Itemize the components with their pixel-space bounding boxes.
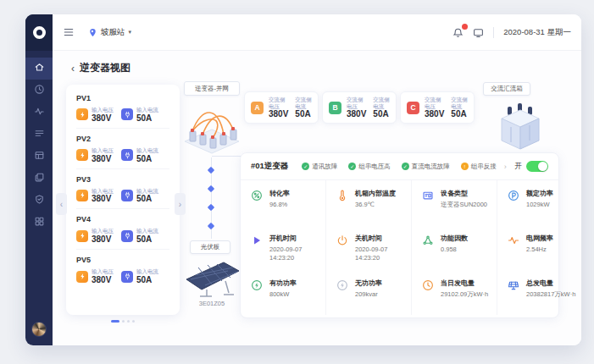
stat-title: 功能因数 [441, 234, 493, 243]
sidebar-item[interactable] [25, 124, 53, 146]
pv-voltage-stat: 输入电压380V [76, 268, 114, 284]
sidebar-item[interactable] [25, 212, 53, 234]
divider [493, 27, 494, 38]
app-window: 坡服站 ▾ 2020-08-31 星期一 ‹ 逆变器视图 PV1 [25, 14, 581, 345]
stat-icon [508, 234, 521, 248]
pagination-dot[interactable] [122, 320, 125, 323]
stat-value: 20382817万kW·h [526, 290, 579, 299]
pv-voltage-value: 380V [92, 275, 114, 284]
pv-voltage-label: 输入电压 [92, 107, 114, 113]
pv-current-value: 50A [136, 194, 158, 203]
stat-icon [508, 279, 521, 293]
ac-voltage-label: 交流侧电压 [425, 97, 444, 110]
pv-current-stat: 输入电流50A [121, 268, 158, 284]
pv-voltage-label: 输入电压 [92, 268, 114, 275]
ac-voltage-label: 交流侧电压 [269, 97, 288, 110]
stat-value: 209kvar [355, 290, 408, 299]
connector-node [208, 167, 214, 174]
sidebar-icon [34, 127, 45, 142]
user-avatar[interactable] [31, 322, 47, 337]
inverter-power-toggle[interactable] [526, 161, 548, 172]
stat-cell: 额定功率 1029kW [497, 180, 581, 225]
stat-cell: 机箱内部温度 36.9℃ [325, 180, 411, 225]
status-dot-icon: ✓ [302, 163, 309, 170]
chevron-down-icon: ▾ [129, 29, 132, 36]
voltage-bolt-icon [76, 149, 88, 161]
current-plug-icon [121, 108, 133, 120]
connector-node [208, 223, 214, 229]
sidebar-icon [34, 61, 45, 76]
ac-combiner-label: 交流汇流箱 [483, 82, 530, 96]
notifications-button[interactable] [452, 27, 464, 38]
ac-current-label: 交流侧电流 [451, 97, 468, 110]
stat-value: 0.958 [441, 245, 493, 254]
stat-value: 2.54Hz [526, 245, 579, 254]
pagination-dot[interactable] [132, 320, 135, 323]
pv-voltage-label: 输入电压 [92, 228, 114, 234]
stat-grid: 转化率 96.8% 机箱内部温度 36.9℃ [241, 180, 558, 315]
pv-pagination[interactable] [66, 320, 180, 323]
voltage-bolt-icon [76, 190, 88, 201]
status-more-button[interactable]: › [504, 163, 507, 171]
pv-name: PV4 [76, 215, 169, 223]
pagination-active[interactable] [111, 320, 119, 323]
stat-icon [422, 279, 436, 293]
stat-icon [251, 234, 264, 248]
stat-icon [336, 234, 350, 248]
pv-item[interactable]: PV3 输入电压380V 输入电流50A [76, 169, 169, 210]
sidebar [25, 14, 53, 345]
stat-value: 2020-09-07 14:23:20 [269, 245, 322, 262]
sidebar-nav [25, 51, 53, 234]
voltage-bolt-icon [76, 230, 88, 242]
pv-item[interactable]: PV1 输入电压380V 输入电流50A [76, 88, 169, 129]
pv-current-value: 50A [136, 113, 158, 123]
pv-name: PV2 [76, 135, 169, 143]
pv-voltage-value: 380V [92, 113, 114, 123]
pv-string-list: PV1 输入电压380V 输入电流50A PV2 [66, 85, 180, 315]
pv-current-value: 50A [136, 234, 158, 244]
pagination-dot[interactable] [127, 320, 130, 323]
phase-chip: A 交流侧电压380V 交流侧电流50A [244, 91, 319, 124]
sidebar-item[interactable] [25, 168, 53, 190]
current-plug-icon [121, 149, 133, 161]
fullscreen-button[interactable] [473, 27, 484, 38]
sidebar-item[interactable] [25, 190, 53, 212]
pv-item[interactable]: PV2 输入电压380V 输入电流50A [76, 129, 169, 169]
topbar-right: 2020-08-31 星期一 [452, 27, 571, 38]
ac-current-label: 交流侧电流 [373, 97, 390, 110]
voltage-bolt-icon [76, 108, 88, 120]
sidebar-item[interactable] [25, 102, 53, 124]
app-logo[interactable] [25, 14, 53, 51]
ac-voltage-value: 380V [269, 109, 288, 119]
back-chevron-icon[interactable]: ‹ [71, 63, 75, 74]
stat-title: 无功功率 [355, 279, 408, 288]
stat-cell: 开机时间 2020-09-07 14:23:20 [241, 225, 325, 270]
pv-current-label: 输入电流 [136, 268, 158, 275]
stat-cell: 总发电量 20382817万kW·h [497, 270, 581, 315]
pv-current-stat: 输入电流50A [121, 107, 158, 123]
stat-icon [508, 190, 521, 203]
pv-current-stat: 输入电流50A [121, 147, 158, 163]
pv-item[interactable]: PV5 输入电压380V 输入电流50A [76, 250, 169, 290]
stat-value: 96.8% [269, 201, 322, 209]
stat-value: 1029kW [526, 201, 579, 209]
monitor-icon [473, 27, 484, 38]
stat-title: 电网频率 [526, 234, 579, 243]
pv-current-label: 输入电流 [136, 147, 158, 154]
menu-collapse-icon[interactable] [63, 26, 75, 38]
pv-voltage-label: 输入电压 [92, 147, 114, 154]
pv-name: PV5 [76, 256, 169, 264]
station-selector[interactable]: 坡服站 ▾ [88, 27, 131, 38]
sidebar-item[interactable] [25, 58, 53, 80]
sidebar-item[interactable] [25, 146, 53, 168]
pv-item[interactable]: PV4 输入电压380V 输入电流50A [76, 209, 169, 250]
pv-voltage-label: 输入电压 [92, 188, 114, 195]
pv-list-next-button[interactable]: › [175, 193, 186, 215]
pv-current-stat: 输入电流50A [121, 188, 158, 204]
pv-list-prev-button[interactable]: ‹ [56, 193, 67, 215]
stat-title: 开机时间 [269, 234, 322, 243]
pv-name: PV1 [76, 94, 169, 102]
breadcrumb[interactable]: ‹ 逆变器视图 [71, 61, 130, 75]
ac-current-value: 50A [373, 109, 390, 119]
sidebar-item[interactable] [25, 80, 53, 102]
